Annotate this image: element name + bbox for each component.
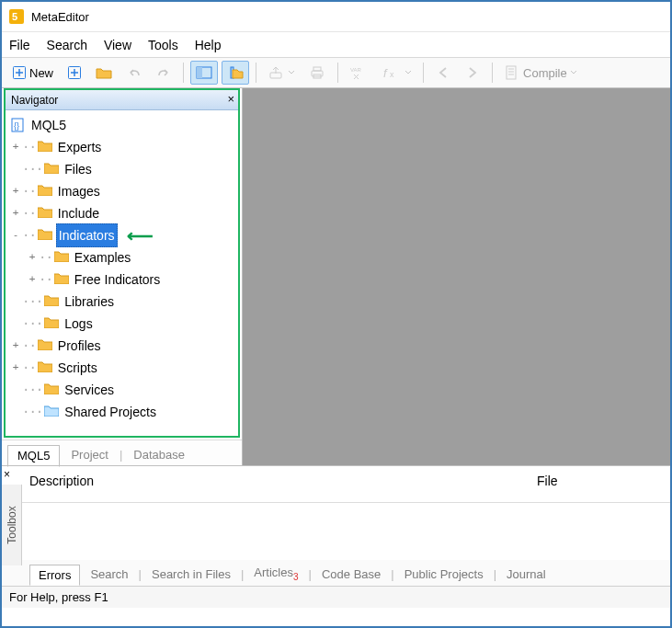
expand-icon[interactable]: + bbox=[9, 202, 22, 224]
tree-label: Profiles bbox=[56, 335, 103, 357]
compile-label: Compile bbox=[523, 66, 567, 80]
menu-help[interactable]: Help bbox=[195, 38, 222, 52]
toolbox-tab-search[interactable]: Search bbox=[82, 565, 136, 584]
tree-label: Libraries bbox=[63, 291, 116, 313]
nav-tab-project[interactable]: Project bbox=[62, 445, 117, 465]
toolbox-tab-public-projects[interactable]: Public Projects bbox=[396, 565, 492, 584]
menu-search[interactable]: Search bbox=[47, 38, 87, 52]
navigator-tree: {} MQL5 +·· Experts ··· Files +·· bbox=[6, 110, 238, 425]
toolbox-panel: × Toolbox Description File Errors Search… bbox=[2, 465, 670, 586]
nav-forward-button[interactable] bbox=[460, 61, 485, 85]
chevron-down-icon bbox=[405, 70, 411, 75]
col-file[interactable]: File bbox=[537, 474, 558, 502]
var-icon: VAR bbox=[350, 65, 367, 80]
tree-label: Scripts bbox=[56, 357, 99, 379]
toolbox-tab-articles[interactable]: Articles3 bbox=[245, 563, 306, 585]
menu-tools[interactable]: Tools bbox=[148, 38, 178, 52]
app-window: 5 MetaEditor File Search View Tools Help… bbox=[0, 0, 672, 628]
compile-button[interactable]: Compile bbox=[499, 61, 582, 85]
folder-icon bbox=[44, 291, 59, 313]
expand-icon[interactable]: + bbox=[9, 180, 22, 202]
new-label: New bbox=[29, 66, 53, 80]
menu-file[interactable]: File bbox=[9, 38, 30, 52]
expand-icon[interactable]: + bbox=[26, 246, 39, 268]
toggle-toolbox-button[interactable] bbox=[222, 61, 249, 85]
upload-button[interactable] bbox=[263, 61, 300, 85]
printer-icon bbox=[309, 65, 325, 80]
tree-item-examples[interactable]: +·· Examples bbox=[9, 246, 238, 268]
var-button[interactable]: VAR bbox=[345, 61, 372, 85]
toolbox-side-label[interactable]: Toolbox bbox=[2, 485, 22, 565]
navigator-panel: Navigator × {} MQL5 +·· Experts ··· bbox=[2, 88, 243, 465]
tree-item-profiles[interactable]: +·· Profiles bbox=[9, 335, 238, 357]
tree-item-experts[interactable]: +·· Experts bbox=[9, 136, 238, 158]
nav-back-button[interactable] bbox=[430, 61, 456, 85]
undo-icon bbox=[127, 65, 142, 80]
redo-button[interactable] bbox=[151, 61, 177, 85]
tree-item-files[interactable]: ··· Files bbox=[9, 158, 238, 180]
tree-label: Shared Projects bbox=[63, 401, 158, 423]
svg-text:{}: {} bbox=[14, 121, 19, 131]
new-button[interactable]: New bbox=[7, 61, 59, 85]
tree-label: Include bbox=[56, 202, 101, 224]
print-button[interactable] bbox=[303, 61, 331, 85]
tree-label: Services bbox=[63, 379, 116, 401]
tree-item-include[interactable]: +·· Include bbox=[9, 202, 238, 224]
menu-bar: File Search View Tools Help bbox=[2, 31, 670, 57]
compile-icon bbox=[505, 65, 519, 80]
open-button[interactable] bbox=[90, 61, 118, 85]
fx-button[interactable]: fx bbox=[376, 61, 416, 85]
tree-item-free-indicators[interactable]: +·· Free Indicators bbox=[9, 268, 238, 291]
folder-icon bbox=[96, 66, 112, 79]
tree-item-images[interactable]: +·· Images bbox=[9, 180, 238, 202]
svg-text:VAR: VAR bbox=[350, 67, 362, 73]
folder-icon bbox=[38, 357, 52, 379]
expand-icon[interactable]: + bbox=[9, 335, 22, 357]
folder-icon bbox=[44, 379, 59, 401]
plus-square-icon bbox=[68, 66, 81, 79]
app-icon: 5 bbox=[9, 9, 24, 24]
highlight-arrow-icon: ⟵ bbox=[127, 224, 154, 246]
menu-view[interactable]: View bbox=[104, 38, 131, 52]
folder-icon bbox=[38, 224, 52, 246]
toolbox-body bbox=[2, 503, 670, 560]
toolbox-columns: Description File bbox=[2, 466, 670, 503]
toolbox-tab-search-in-files[interactable]: Search in Files bbox=[143, 565, 239, 584]
collapse-icon[interactable]: - bbox=[9, 224, 22, 246]
tree-item-logs[interactable]: ··· Logs bbox=[9, 313, 238, 335]
navigator-tabs: MQL5 Project | Database bbox=[2, 440, 242, 465]
upload-icon bbox=[268, 65, 285, 80]
tree-root[interactable]: {} MQL5 bbox=[9, 114, 238, 136]
toolbox-tab-errors[interactable]: Errors bbox=[29, 565, 80, 586]
toolbox-tab-journal[interactable]: Journal bbox=[498, 565, 554, 584]
col-description[interactable]: Description bbox=[29, 474, 537, 502]
expand-icon[interactable]: + bbox=[26, 268, 39, 291]
expand-icon[interactable]: + bbox=[9, 136, 22, 158]
folder-shared-icon bbox=[44, 401, 59, 423]
expand-icon[interactable]: + bbox=[9, 357, 22, 379]
folder-icon bbox=[44, 313, 59, 335]
tree-item-scripts[interactable]: +·· Scripts bbox=[9, 357, 238, 379]
tree-item-services[interactable]: ··· Services bbox=[9, 379, 238, 401]
folder-icon bbox=[38, 136, 52, 158]
toolbox-tab-codebase[interactable]: Code Base bbox=[313, 565, 389, 584]
status-bar: For Help, press F1 bbox=[2, 586, 670, 608]
toggle-navigator-button[interactable] bbox=[190, 61, 218, 85]
nav-tab-database[interactable]: Database bbox=[124, 445, 194, 465]
navigator-close-button[interactable]: × bbox=[227, 92, 234, 106]
tree-item-libraries[interactable]: ··· Libraries bbox=[9, 291, 238, 313]
toolbox-close-button[interactable]: × bbox=[4, 468, 10, 481]
chevron-down-icon bbox=[289, 70, 294, 75]
tree-label: Logs bbox=[63, 313, 94, 335]
undo-button[interactable] bbox=[121, 61, 147, 85]
tree-item-shared-projects[interactable]: ··· Shared Projects bbox=[9, 401, 238, 423]
new-file-button[interactable] bbox=[63, 61, 86, 85]
editor-area bbox=[243, 88, 670, 465]
svg-rect-14 bbox=[507, 66, 516, 79]
folder-icon bbox=[38, 335, 52, 357]
nav-tab-mql5[interactable]: MQL5 bbox=[7, 445, 60, 467]
tree-item-indicators[interactable]: -·· Indicators ⟵ bbox=[9, 224, 238, 246]
folder-icon bbox=[44, 158, 59, 180]
navigator-header[interactable]: Navigator × bbox=[6, 90, 238, 110]
toolbar: New VAR fx bbox=[2, 57, 670, 88]
